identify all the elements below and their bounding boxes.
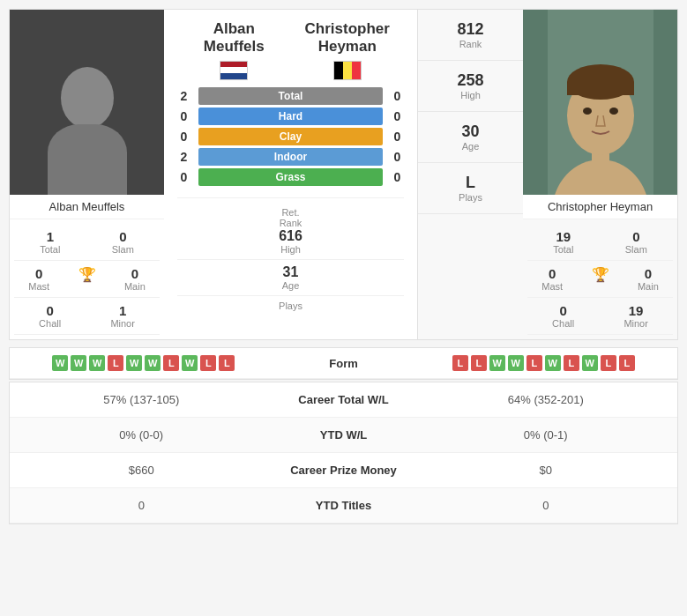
right-form-badges: LLWWLWLWLL: [423, 355, 665, 371]
left-mast: 0 Mast: [28, 266, 49, 292]
right-mast: 0 Mast: [541, 266, 563, 292]
right-mast-main-row: 0 Mast 🏆 0 Main: [527, 261, 673, 298]
right-player-area: Christopher Heyman 19 Total 0 Slam 0 Ma: [523, 10, 677, 339]
left-mast-value: 0: [28, 266, 49, 281]
left-chall-minor-row: 0 Chall 1 Minor: [14, 298, 160, 335]
stats-table: 57% (137-105) Career Total W/L 64% (352-…: [9, 382, 678, 524]
right-total: 19 Total: [553, 229, 573, 255]
hard-right-score: 0: [386, 109, 408, 123]
svg-point-7: [609, 108, 618, 115]
indoor-bar: Indoor: [198, 148, 383, 166]
svg-point-6: [583, 108, 592, 115]
left-total-label: Total: [40, 244, 60, 255]
left-head: [61, 67, 114, 129]
form-badge: W: [582, 355, 598, 371]
right-player-silhouette: [548, 10, 653, 195]
right-total-value: 19: [553, 229, 573, 244]
right-chall-value: 0: [552, 303, 574, 318]
left-chall-label: Chall: [39, 318, 61, 329]
left-age-val: 31: [283, 264, 299, 279]
total-bar: Total: [198, 87, 383, 105]
career-wl-row: 57% (137-105) Career Total W/L 64% (352-…: [10, 382, 677, 418]
career-wl-left: 57% (137-105): [27, 393, 256, 406]
right-flag-container: [291, 61, 405, 80]
left-silhouette: [48, 67, 127, 195]
right-chall-label: Chall: [552, 318, 574, 329]
ytd-titles-left: 0: [27, 499, 256, 512]
left-minor-label: Minor: [110, 318, 135, 329]
score-rows: 2 Total 0 0 Hard 0 0 Clay 0 2 Indoor: [164, 80, 417, 193]
be-flag-red: [352, 62, 361, 79]
left-main-label: Main: [124, 281, 146, 292]
left-chall: 0 Chall: [39, 303, 61, 329]
left-total-value: 1: [40, 229, 60, 244]
right-badges-container: LLWWLWLWLL: [423, 355, 665, 371]
form-badge: L: [452, 355, 468, 371]
right-player-name-label: Christopher Heyman: [523, 195, 677, 219]
right-total-label: Total: [553, 244, 573, 255]
indoor-right-score: 0: [386, 150, 408, 164]
svg-rect-5: [567, 82, 634, 95]
left-plays-label: Plays: [177, 301, 404, 311]
total-score-row: 2 Total 0: [173, 87, 408, 105]
form-badge: W: [182, 355, 198, 371]
right-age-label: Age: [427, 141, 514, 152]
right-minor-value: 19: [624, 303, 648, 318]
player-comparison-area: Alban Meuffels 1 Total 0 Slam 0 Mast: [9, 9, 678, 340]
left-player-area: Alban Meuffels 1 Total 0 Slam 0 Mast: [10, 10, 164, 339]
grass-left-score: 0: [173, 170, 195, 184]
right-plays-block: L Plays: [418, 163, 523, 214]
left-total-slam-row: 1 Total 0 Slam: [14, 224, 160, 261]
clay-bar: Clay: [198, 128, 383, 145]
right-trophy-icon: 🏆: [592, 266, 609, 292]
right-minor: 19 Minor: [624, 303, 648, 329]
form-badge: L: [163, 355, 179, 371]
left-name-line2: Meuffels: [204, 38, 265, 55]
form-badge: L: [601, 355, 616, 371]
right-high-label: High: [427, 90, 514, 100]
grass-bar: Grass: [198, 168, 383, 186]
total-right-score: 0: [386, 89, 408, 103]
nl-flag-bot: [220, 73, 247, 79]
left-mast-main-row: 0 Mast 🏆 0 Main: [14, 261, 160, 298]
form-badge: W: [89, 355, 105, 371]
center-bottom-stats: Ret. Rank 616 High 31 Age Plays: [164, 193, 417, 320]
form-badge: L: [619, 355, 635, 371]
left-minor: 1 Minor: [110, 303, 135, 329]
form-badge: L: [564, 355, 579, 371]
right-age-block: 30 Age: [418, 112, 523, 163]
hard-left-score: 0: [173, 109, 195, 123]
right-stats-panel: 812 Rank 258 High 30 Age L Plays: [417, 10, 523, 339]
ytd-wl-right: 0% (0-1): [432, 428, 661, 442]
form-badge: W: [71, 355, 86, 371]
right-mast-label: Mast: [541, 281, 563, 292]
left-slam-value: 0: [112, 229, 134, 244]
hard-score-row: 0 Hard 0: [173, 108, 408, 125]
right-stats-box: 19 Total 0 Slam 0 Mast 🏆 0: [523, 219, 677, 339]
prize-money-row: $660 Career Prize Money $0: [10, 453, 677, 488]
left-name-line1: Alban: [213, 20, 255, 37]
left-high-rank-val: 616: [279, 228, 302, 243]
form-badge: W: [545, 355, 561, 371]
right-name-line2: Heyman: [318, 38, 377, 55]
left-mast-label: Mast: [28, 281, 49, 292]
left-badges-container: WWWLWWLWLL: [23, 355, 265, 371]
nl-flag-mid: [220, 67, 247, 73]
right-slam-value: 0: [625, 229, 647, 244]
center-names-row: Alban Meuffels Christopher Heym: [164, 10, 417, 80]
left-main: 0 Main: [124, 266, 146, 292]
right-player-name: Christopher Heyman: [291, 20, 405, 56]
right-chall-minor-row: 0 Chall 19 Minor: [527, 298, 673, 335]
left-main-value: 0: [124, 266, 146, 281]
left-rank-ret-label: Ret. Rank: [280, 207, 302, 228]
ytd-wl-row: 0% (0-0) YTD W/L 0% (0-1): [10, 418, 677, 453]
nl-flag-top: [220, 62, 247, 68]
form-badge: L: [471, 355, 487, 371]
left-slam: 0 Slam: [112, 229, 134, 255]
left-total: 1 Total: [40, 229, 60, 255]
prize-right: $0: [432, 464, 661, 477]
right-name-center: Christopher Heyman: [291, 20, 405, 80]
right-high-value: 258: [427, 71, 514, 90]
form-row: WWWLWWLWLL Form LLWWLWLWLL: [10, 348, 677, 379]
left-age-info: 31 Age: [177, 259, 404, 295]
